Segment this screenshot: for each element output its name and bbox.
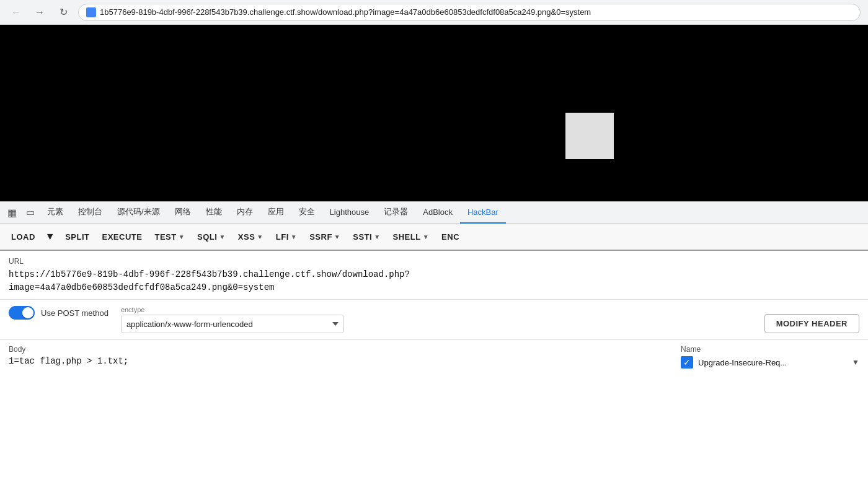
name-label: Name [681, 345, 701, 354]
tab-console[interactable]: 控制台 [71, 201, 110, 224]
tab-lighthouse[interactable]: Lighthouse [322, 201, 377, 224]
tab-application[interactable]: 应用 [260, 201, 291, 224]
sqli-button[interactable]: SQLI ▼ [191, 229, 232, 245]
enctype-select[interactable]: application/x-www-form-urlencoded [121, 315, 344, 333]
test-arrow: ▼ [179, 233, 185, 240]
image-placeholder [565, 113, 614, 159]
tab-performance[interactable]: 性能 [198, 201, 229, 224]
url-value[interactable]: https://1b5776e9-819b-4dbf-996f-228f543b… [9, 268, 859, 294]
enc-button[interactable]: ENC [435, 229, 466, 245]
devtools-tab-bar: ▦ ▭ 元素 控制台 源代码/来源 网络 性能 内存 应用 安全 Lightho… [0, 201, 868, 224]
hackbar-toolbar: LOAD ▼ SPLIT EXECUTE TEST ▼ SQLI ▼ XSS ▼… [0, 224, 868, 251]
enctype-group: enctype application/x-www-form-urlencode… [121, 306, 344, 333]
toggle-knob [22, 307, 33, 318]
load-button[interactable]: LOAD [5, 229, 42, 245]
tab-memory[interactable]: 内存 [229, 201, 260, 224]
back-button[interactable]: ← [7, 4, 25, 21]
tab-adblock[interactable]: AdBlock [415, 201, 460, 224]
xss-arrow: ▼ [257, 233, 263, 240]
tab-elements[interactable]: 元素 [40, 201, 71, 224]
options-section: Use POST method enctype application/x-ww… [0, 300, 868, 340]
arrow-dropdown[interactable]: ▼ [42, 227, 59, 246]
body-left: Body 1=tac flag.php > 1.txt; [9, 345, 668, 369]
tab-security[interactable]: 安全 [291, 201, 322, 224]
tab-source[interactable]: 源代码/来源 [110, 201, 167, 224]
ssrf-button[interactable]: SSRF ▼ [303, 229, 347, 245]
ssrf-arrow: ▼ [334, 233, 340, 240]
url-line2: image=4a47a0db6e60853dedfcfdf08a5ca249.p… [9, 282, 274, 292]
shell-button[interactable]: SHELL ▼ [387, 229, 436, 245]
shell-arrow: ▼ [423, 233, 429, 240]
url-section: URL https://1b5776e9-819b-4dbf-996f-228f… [0, 251, 868, 300]
lfi-arrow: ▼ [291, 233, 297, 240]
tab-hackbar[interactable]: HackBar [460, 201, 506, 224]
enctype-label: enctype [121, 306, 344, 313]
page-content [0, 25, 868, 201]
name-value: Upgrade-Insecure-Req... [698, 358, 847, 367]
tab-network[interactable]: 网络 [167, 201, 198, 224]
browser-bar: ← → ↻ 1b5776e9-819b-4dbf-996f-228f543b7b… [0, 0, 868, 25]
xss-button[interactable]: XSS ▼ [232, 229, 270, 245]
body-value[interactable]: 1=tac flag.php > 1.txt; [9, 356, 668, 366]
device-icon[interactable]: ▭ [21, 203, 40, 222]
checkbox-icon[interactable]: ✓ [681, 356, 693, 369]
ssti-arrow: ▼ [374, 233, 380, 240]
split-button[interactable]: SPLIT [59, 229, 95, 245]
post-method-toggle-group: Use POST method [9, 306, 108, 320]
reload-button[interactable]: ↻ [55, 4, 72, 21]
sqli-arrow: ▼ [219, 233, 225, 240]
test-button[interactable]: TEST ▼ [148, 229, 191, 245]
forward-button[interactable]: → [31, 4, 48, 21]
execute-button[interactable]: EXECUTE [96, 229, 149, 245]
name-dropdown-arrow[interactable]: ▼ [852, 358, 859, 367]
post-method-toggle[interactable] [9, 306, 35, 320]
url-label: URL [9, 257, 859, 266]
lfi-button[interactable]: LFI ▼ [270, 229, 303, 245]
address-bar[interactable]: 1b5776e9-819b-4dbf-996f-228f543b7b39.cha… [78, 4, 861, 21]
body-label: Body [9, 345, 668, 354]
tab-recorder[interactable]: 记录器 [376, 201, 415, 224]
ssti-button[interactable]: SSTI ▼ [347, 229, 386, 245]
url-line1: https://1b5776e9-819b-4dbf-996f-228f543b… [9, 269, 410, 279]
inspect-icon[interactable]: ▦ [2, 203, 21, 222]
name-row: ✓ Upgrade-Insecure-Req... ▼ [681, 356, 859, 369]
body-section: Body 1=tac flag.php > 1.txt; Name ✓ Upgr… [0, 340, 868, 373]
modify-header-button[interactable]: MODIFY HEADER [764, 314, 859, 333]
post-method-label: Use POST method [41, 308, 108, 318]
url-text: 1b5776e9-819b-4dbf-996f-228f543b7b39.cha… [100, 7, 591, 17]
site-icon [86, 7, 96, 17]
body-right: Name ✓ Upgrade-Insecure-Req... ▼ [681, 345, 859, 369]
